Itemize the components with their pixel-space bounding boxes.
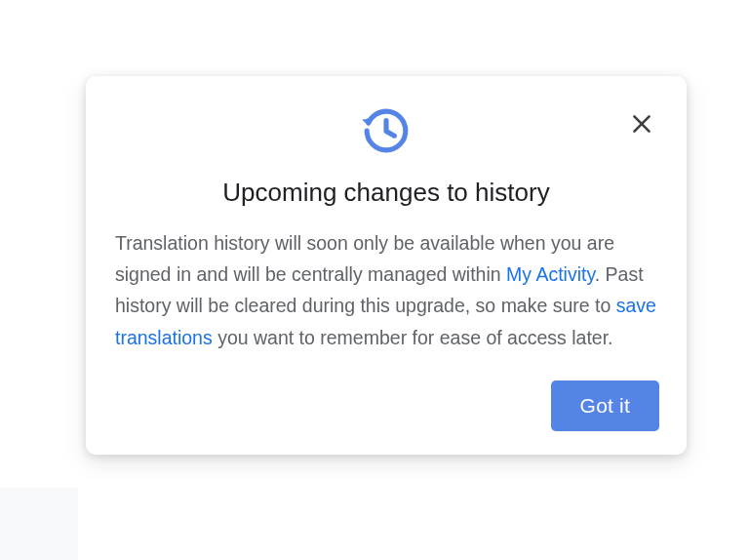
close-button[interactable] <box>626 109 657 140</box>
body-text-3: you want to remember for ease of access … <box>213 327 613 348</box>
my-activity-link[interactable]: My Activity <box>506 263 595 285</box>
close-icon <box>629 111 654 140</box>
dialog-footer: Got it <box>113 380 659 431</box>
history-upgrade-dialog: Upcoming changes to history Translation … <box>86 76 687 455</box>
got-it-button[interactable]: Got it <box>551 380 659 431</box>
dialog-header: Upcoming changes to history <box>113 100 659 227</box>
dialog-body: Translation history will soon only be av… <box>113 227 659 353</box>
dialog-title: Upcoming changes to history <box>222 178 549 208</box>
history-icon <box>359 103 414 158</box>
